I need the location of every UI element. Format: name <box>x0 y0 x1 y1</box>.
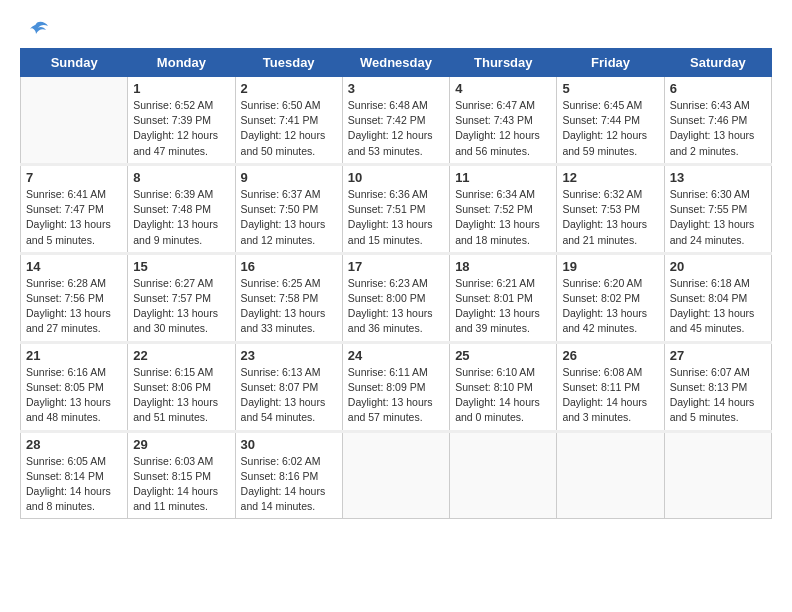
day-info: Sunrise: 6:23 AM Sunset: 8:00 PM Dayligh… <box>348 276 444 337</box>
day-info: Sunrise: 6:21 AM Sunset: 8:01 PM Dayligh… <box>455 276 551 337</box>
day-number: 6 <box>670 81 766 96</box>
calendar-cell: 10Sunrise: 6:36 AM Sunset: 7:51 PM Dayli… <box>342 164 449 253</box>
day-info: Sunrise: 6:47 AM Sunset: 7:43 PM Dayligh… <box>455 98 551 159</box>
week-row-3: 14Sunrise: 6:28 AM Sunset: 7:56 PM Dayli… <box>21 253 772 342</box>
day-number: 8 <box>133 170 229 185</box>
calendar-header-wednesday: Wednesday <box>342 49 449 77</box>
day-info: Sunrise: 6:34 AM Sunset: 7:52 PM Dayligh… <box>455 187 551 248</box>
calendar-header-tuesday: Tuesday <box>235 49 342 77</box>
day-info: Sunrise: 6:13 AM Sunset: 8:07 PM Dayligh… <box>241 365 337 426</box>
calendar-cell: 6Sunrise: 6:43 AM Sunset: 7:46 PM Daylig… <box>664 77 771 165</box>
day-number: 30 <box>241 437 337 452</box>
day-info: Sunrise: 6:25 AM Sunset: 7:58 PM Dayligh… <box>241 276 337 337</box>
calendar-cell: 19Sunrise: 6:20 AM Sunset: 8:02 PM Dayli… <box>557 253 664 342</box>
calendar-cell: 28Sunrise: 6:05 AM Sunset: 8:14 PM Dayli… <box>21 431 128 519</box>
day-info: Sunrise: 6:52 AM Sunset: 7:39 PM Dayligh… <box>133 98 229 159</box>
calendar-cell: 9Sunrise: 6:37 AM Sunset: 7:50 PM Daylig… <box>235 164 342 253</box>
day-number: 15 <box>133 259 229 274</box>
calendar-table: SundayMondayTuesdayWednesdayThursdayFrid… <box>20 48 772 519</box>
day-info: Sunrise: 6:07 AM Sunset: 8:13 PM Dayligh… <box>670 365 766 426</box>
day-number: 13 <box>670 170 766 185</box>
day-info: Sunrise: 6:37 AM Sunset: 7:50 PM Dayligh… <box>241 187 337 248</box>
day-number: 28 <box>26 437 122 452</box>
logo-bird-icon <box>22 20 50 42</box>
calendar-cell: 13Sunrise: 6:30 AM Sunset: 7:55 PM Dayli… <box>664 164 771 253</box>
day-number: 11 <box>455 170 551 185</box>
day-number: 18 <box>455 259 551 274</box>
day-info: Sunrise: 6:18 AM Sunset: 8:04 PM Dayligh… <box>670 276 766 337</box>
day-info: Sunrise: 6:28 AM Sunset: 7:56 PM Dayligh… <box>26 276 122 337</box>
day-number: 4 <box>455 81 551 96</box>
day-number: 9 <box>241 170 337 185</box>
calendar-cell <box>664 431 771 519</box>
day-info: Sunrise: 6:50 AM Sunset: 7:41 PM Dayligh… <box>241 98 337 159</box>
day-info: Sunrise: 6:16 AM Sunset: 8:05 PM Dayligh… <box>26 365 122 426</box>
calendar-cell <box>557 431 664 519</box>
calendar-cell: 29Sunrise: 6:03 AM Sunset: 8:15 PM Dayli… <box>128 431 235 519</box>
calendar-cell: 25Sunrise: 6:10 AM Sunset: 8:10 PM Dayli… <box>450 342 557 431</box>
calendar-header-monday: Monday <box>128 49 235 77</box>
calendar-cell: 30Sunrise: 6:02 AM Sunset: 8:16 PM Dayli… <box>235 431 342 519</box>
day-number: 16 <box>241 259 337 274</box>
week-row-5: 28Sunrise: 6:05 AM Sunset: 8:14 PM Dayli… <box>21 431 772 519</box>
day-number: 27 <box>670 348 766 363</box>
day-info: Sunrise: 6:08 AM Sunset: 8:11 PM Dayligh… <box>562 365 658 426</box>
page-header <box>20 20 772 38</box>
day-number: 29 <box>133 437 229 452</box>
calendar-cell: 15Sunrise: 6:27 AM Sunset: 7:57 PM Dayli… <box>128 253 235 342</box>
day-number: 24 <box>348 348 444 363</box>
calendar-cell: 26Sunrise: 6:08 AM Sunset: 8:11 PM Dayli… <box>557 342 664 431</box>
calendar-cell: 14Sunrise: 6:28 AM Sunset: 7:56 PM Dayli… <box>21 253 128 342</box>
day-info: Sunrise: 6:39 AM Sunset: 7:48 PM Dayligh… <box>133 187 229 248</box>
day-number: 19 <box>562 259 658 274</box>
day-info: Sunrise: 6:32 AM Sunset: 7:53 PM Dayligh… <box>562 187 658 248</box>
day-info: Sunrise: 6:05 AM Sunset: 8:14 PM Dayligh… <box>26 454 122 515</box>
day-number: 26 <box>562 348 658 363</box>
calendar-header-saturday: Saturday <box>664 49 771 77</box>
day-number: 23 <box>241 348 337 363</box>
day-info: Sunrise: 6:03 AM Sunset: 8:15 PM Dayligh… <box>133 454 229 515</box>
day-info: Sunrise: 6:27 AM Sunset: 7:57 PM Dayligh… <box>133 276 229 337</box>
day-info: Sunrise: 6:11 AM Sunset: 8:09 PM Dayligh… <box>348 365 444 426</box>
calendar-cell: 20Sunrise: 6:18 AM Sunset: 8:04 PM Dayli… <box>664 253 771 342</box>
week-row-4: 21Sunrise: 6:16 AM Sunset: 8:05 PM Dayli… <box>21 342 772 431</box>
day-number: 7 <box>26 170 122 185</box>
day-info: Sunrise: 6:45 AM Sunset: 7:44 PM Dayligh… <box>562 98 658 159</box>
logo <box>20 20 50 38</box>
calendar-header-sunday: Sunday <box>21 49 128 77</box>
day-number: 14 <box>26 259 122 274</box>
day-info: Sunrise: 6:41 AM Sunset: 7:47 PM Dayligh… <box>26 187 122 248</box>
day-number: 1 <box>133 81 229 96</box>
day-info: Sunrise: 6:20 AM Sunset: 8:02 PM Dayligh… <box>562 276 658 337</box>
calendar-header-row: SundayMondayTuesdayWednesdayThursdayFrid… <box>21 49 772 77</box>
calendar-cell: 1Sunrise: 6:52 AM Sunset: 7:39 PM Daylig… <box>128 77 235 165</box>
day-info: Sunrise: 6:43 AM Sunset: 7:46 PM Dayligh… <box>670 98 766 159</box>
day-info: Sunrise: 6:30 AM Sunset: 7:55 PM Dayligh… <box>670 187 766 248</box>
calendar-cell: 21Sunrise: 6:16 AM Sunset: 8:05 PM Dayli… <box>21 342 128 431</box>
day-number: 2 <box>241 81 337 96</box>
calendar-cell <box>342 431 449 519</box>
day-number: 10 <box>348 170 444 185</box>
day-info: Sunrise: 6:36 AM Sunset: 7:51 PM Dayligh… <box>348 187 444 248</box>
calendar-header-thursday: Thursday <box>450 49 557 77</box>
calendar-cell: 8Sunrise: 6:39 AM Sunset: 7:48 PM Daylig… <box>128 164 235 253</box>
calendar-cell: 5Sunrise: 6:45 AM Sunset: 7:44 PM Daylig… <box>557 77 664 165</box>
calendar-cell: 4Sunrise: 6:47 AM Sunset: 7:43 PM Daylig… <box>450 77 557 165</box>
calendar-cell: 7Sunrise: 6:41 AM Sunset: 7:47 PM Daylig… <box>21 164 128 253</box>
calendar-header-friday: Friday <box>557 49 664 77</box>
calendar-cell: 18Sunrise: 6:21 AM Sunset: 8:01 PM Dayli… <box>450 253 557 342</box>
calendar-cell <box>21 77 128 165</box>
day-number: 5 <box>562 81 658 96</box>
calendar-cell: 16Sunrise: 6:25 AM Sunset: 7:58 PM Dayli… <box>235 253 342 342</box>
calendar-cell: 11Sunrise: 6:34 AM Sunset: 7:52 PM Dayli… <box>450 164 557 253</box>
day-info: Sunrise: 6:02 AM Sunset: 8:16 PM Dayligh… <box>241 454 337 515</box>
calendar-cell: 23Sunrise: 6:13 AM Sunset: 8:07 PM Dayli… <box>235 342 342 431</box>
calendar-cell: 22Sunrise: 6:15 AM Sunset: 8:06 PM Dayli… <box>128 342 235 431</box>
day-number: 3 <box>348 81 444 96</box>
calendar-cell: 3Sunrise: 6:48 AM Sunset: 7:42 PM Daylig… <box>342 77 449 165</box>
day-info: Sunrise: 6:15 AM Sunset: 8:06 PM Dayligh… <box>133 365 229 426</box>
day-info: Sunrise: 6:48 AM Sunset: 7:42 PM Dayligh… <box>348 98 444 159</box>
day-number: 22 <box>133 348 229 363</box>
calendar-cell <box>450 431 557 519</box>
day-number: 21 <box>26 348 122 363</box>
